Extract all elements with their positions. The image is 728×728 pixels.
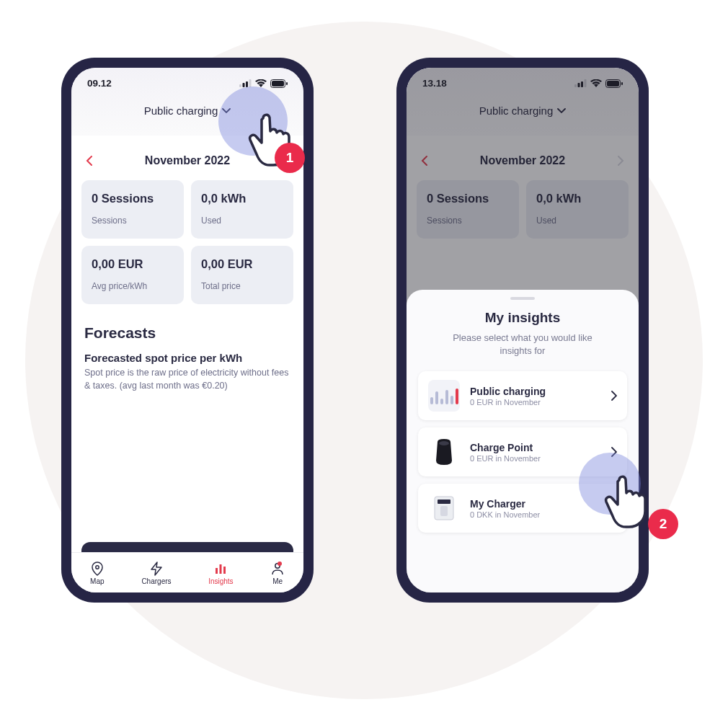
option-public-charging[interactable]: Public charging 0 EUR in November <box>418 371 627 420</box>
svg-rect-22 <box>440 506 448 516</box>
svg-point-19 <box>439 441 449 445</box>
stat-sessions[interactable]: 0 Sessions Sessions <box>81 180 184 239</box>
prev-month-button[interactable] <box>86 155 93 167</box>
svg-rect-9 <box>220 564 222 574</box>
stat-total-price[interactable]: 0,00 EUR Total price <box>191 246 293 304</box>
tab-label: Map <box>90 577 104 585</box>
svg-rect-5 <box>272 81 284 86</box>
charger-device-icon <box>428 436 460 468</box>
stat-value: 0 Sessions <box>92 192 174 205</box>
chevron-right-icon <box>611 391 617 401</box>
forecasts-heading: Forecasts <box>84 324 290 342</box>
tab-label: Chargers <box>141 577 171 585</box>
bolt-icon <box>149 561 164 576</box>
touch-indicator-1: 1 <box>218 86 288 156</box>
stat-used[interactable]: 0,0 kWh Used <box>191 180 293 239</box>
tab-bar: Map Chargers Insights Me <box>71 552 303 592</box>
stat-label: Total price <box>201 281 283 291</box>
sheet-title: My insights <box>418 310 627 326</box>
step-badge: 1 <box>275 143 305 173</box>
stat-value: 0,00 EUR <box>201 257 283 271</box>
insights-icon <box>213 561 228 576</box>
stats-grid: 0 Sessions Sessions 0,0 kWh Used 0,00 EU… <box>81 180 293 304</box>
stat-label: Used <box>201 216 283 226</box>
forecasts-description: Spot price is the raw price of electrici… <box>84 367 290 392</box>
tab-chargers[interactable]: Chargers <box>141 561 171 585</box>
insights-picker-sheet: My insights Please select what you would… <box>407 290 639 592</box>
forecasts-subheading: Forecasted spot price per kWh <box>84 352 290 364</box>
tab-label: Insights <box>208 577 233 585</box>
tab-insights[interactable]: Insights <box>208 561 233 585</box>
svg-rect-10 <box>223 567 226 574</box>
tab-label: Me <box>272 577 283 585</box>
status-time: 09.12 <box>87 78 112 89</box>
stat-value: 0,0 kWh <box>201 192 283 205</box>
bars-icon <box>428 380 460 412</box>
wallbox-icon <box>428 492 460 524</box>
step-badge: 2 <box>648 509 678 539</box>
stat-label: Sessions <box>92 216 174 226</box>
tab-me[interactable]: Me <box>270 561 285 585</box>
sheet-subtitle: Please select what you would like insigh… <box>440 332 605 357</box>
svg-rect-8 <box>216 568 218 574</box>
stat-avg-price[interactable]: 0,00 EUR Avg price/kWh <box>81 246 184 304</box>
option-title: Public charging <box>470 386 601 397</box>
tab-map[interactable]: Map <box>90 561 105 585</box>
map-pin-icon <box>90 561 105 576</box>
svg-rect-21 <box>438 500 450 504</box>
sheet-drag-handle[interactable] <box>510 297 535 300</box>
forecasts-section: Forecasts Forecasted spot price per kWh … <box>81 304 293 392</box>
touch-indicator-2: 2 <box>579 453 641 515</box>
svg-rect-6 <box>286 82 288 85</box>
month-label: November 2022 <box>145 154 230 167</box>
stat-value: 0,00 EUR <box>92 257 174 271</box>
stat-label: Avg price/kWh <box>92 281 174 291</box>
svg-point-7 <box>96 566 99 569</box>
option-title: Charge Point <box>470 442 601 453</box>
option-subtitle: 0 EUR in November <box>470 398 601 407</box>
dropdown-label: Public charging <box>144 105 218 117</box>
